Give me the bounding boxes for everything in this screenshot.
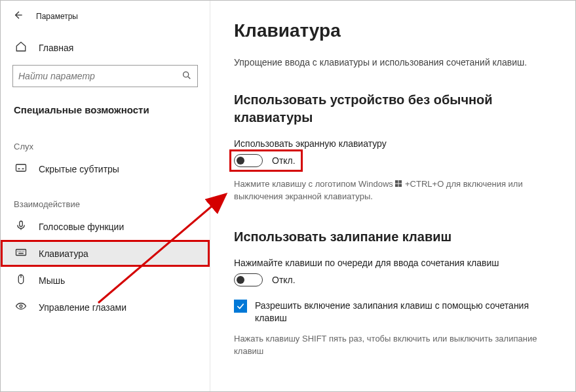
nav-item-keyboard[interactable]: Клавиатура xyxy=(1,240,210,267)
svg-point-0 xyxy=(183,71,189,77)
search-icon xyxy=(182,70,192,83)
nav-label: Мышь xyxy=(39,275,65,286)
osk-hint: Нажмите клавишу с логотипом Windows +CTR… xyxy=(234,178,556,203)
home-icon xyxy=(15,41,27,54)
svg-rect-9 xyxy=(399,184,402,187)
page-title: Клавиатура xyxy=(234,20,556,41)
page-desc: Упрощение ввода с клавиатуры и использов… xyxy=(234,57,556,68)
svg-rect-2 xyxy=(20,221,23,226)
group-interaction: Взаимодействие xyxy=(1,182,210,213)
nav-item-eye[interactable]: Управление глазами xyxy=(1,294,210,321)
main-pane: Клавиатура Упрощение ввода с клавиатуры … xyxy=(210,1,575,391)
mouse-icon xyxy=(15,273,27,287)
sticky-state: Откл. xyxy=(272,275,296,285)
osk-label: Использовать экранную клавиатуру xyxy=(234,138,556,149)
section-title: Специальные возможности xyxy=(1,102,210,125)
search-input[interactable] xyxy=(18,71,182,81)
svg-rect-3 xyxy=(16,250,26,256)
titlebar: Параметры xyxy=(1,7,210,34)
nav-home[interactable]: Главная xyxy=(1,34,210,61)
nav-label: Скрытые субтитры xyxy=(39,164,119,174)
osk-heading: Использовать устройство без обычной клав… xyxy=(234,91,556,127)
nav-label: Клавиатура xyxy=(39,248,88,259)
sticky-label: Нажимайте клавиши по очереди для ввода с… xyxy=(234,258,556,268)
svg-rect-1 xyxy=(16,165,26,172)
osk-toggle[interactable]: Откл. xyxy=(234,154,298,167)
toggle-track-icon xyxy=(234,273,263,286)
sticky-checkbox-row[interactable]: Разрешить включение залипания клавиш с п… xyxy=(234,300,556,324)
windows-logo-icon xyxy=(395,179,402,186)
mic-icon xyxy=(15,220,27,233)
svg-rect-6 xyxy=(395,180,398,184)
nav-item-mouse[interactable]: Мышь xyxy=(1,267,210,294)
sidebar: Параметры Главная Специальные возможност… xyxy=(1,1,210,391)
nav-home-label: Главная xyxy=(39,43,73,53)
svg-point-5 xyxy=(20,305,22,307)
toggle-track-icon xyxy=(234,154,263,167)
osk-state: Откл. xyxy=(272,155,296,166)
eye-icon xyxy=(15,300,27,314)
sticky-hint: Нажать клавишу SHIFT пять раз, чтобы вкл… xyxy=(234,333,556,358)
captions-icon xyxy=(15,162,27,176)
nav-item-captions[interactable]: Скрытые субтитры xyxy=(1,155,210,182)
back-icon[interactable] xyxy=(12,10,23,22)
checkbox-checked-icon xyxy=(234,300,247,313)
svg-rect-8 xyxy=(395,184,398,187)
nav-item-speech[interactable]: Голосовые функции xyxy=(1,213,210,240)
osk-hint-pre: Нажмите клавишу с логотипом Windows xyxy=(234,179,395,189)
svg-rect-7 xyxy=(399,180,402,184)
search-box[interactable] xyxy=(12,65,198,87)
group-hearing: Слух xyxy=(1,125,210,155)
titlebar-label: Параметры xyxy=(36,12,78,21)
sticky-heading: Использовать залипание клавиш xyxy=(234,228,556,246)
keyboard-icon xyxy=(15,246,27,260)
sticky-toggle[interactable]: Откл. xyxy=(234,273,556,286)
sticky-checkbox-label: Разрешить включение залипания клавиш с п… xyxy=(255,300,556,324)
nav-label: Голосовые функции xyxy=(39,222,124,232)
nav-label: Управление глазами xyxy=(39,302,126,313)
